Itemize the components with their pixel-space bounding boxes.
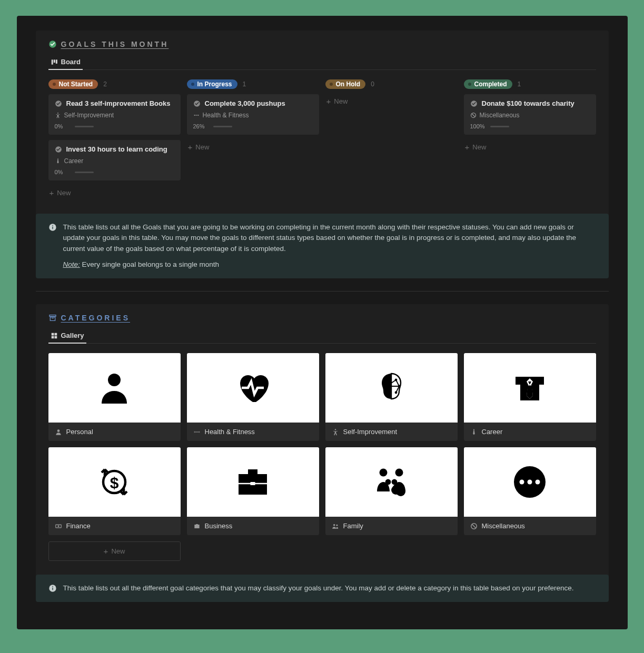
status-badge[interactable]: In Progress xyxy=(187,79,237,89)
goal-category: Career xyxy=(64,157,84,165)
category-label: Miscellaneous xyxy=(482,522,525,530)
new-category-button[interactable]: +New xyxy=(48,541,181,561)
category-card[interactable]: Finance xyxy=(48,447,181,535)
column-count: 1 xyxy=(243,81,246,88)
kanban-column: On Hold 0 +New xyxy=(325,79,458,200)
archive-icon xyxy=(48,314,57,322)
cash-icon xyxy=(55,523,62,530)
person-small-icon xyxy=(55,428,62,436)
category-label: Business xyxy=(205,522,233,530)
ban-icon xyxy=(470,523,478,530)
column-count: 1 xyxy=(518,81,521,88)
category-image xyxy=(464,353,596,423)
tab-gallery[interactable]: Gallery xyxy=(48,328,86,344)
kanban-column: Not Started 2 Read 3 self-improvement Bo… xyxy=(48,79,181,200)
progress-bar xyxy=(75,126,94,127)
section-divider xyxy=(36,291,609,292)
status-badge[interactable]: On Hold xyxy=(325,79,366,89)
goal-title: Read 3 self-improvement Books xyxy=(66,99,171,107)
goals-info-text: This table lists out all the Goals that … xyxy=(63,222,596,270)
plus-icon: + xyxy=(49,189,54,197)
progress-bar xyxy=(213,126,232,127)
dumbbell-icon xyxy=(193,112,200,118)
check-circle-icon xyxy=(48,40,57,48)
category-image xyxy=(187,353,319,423)
categories-gallery: Personal Health & Fitness Self-Improveme… xyxy=(48,344,596,567)
progress-bar xyxy=(490,126,509,127)
status-badge[interactable]: Completed xyxy=(464,79,512,89)
category-image xyxy=(325,447,458,517)
progress-percent: 100% xyxy=(470,123,486,129)
goal-title: Invest 30 hours to learn coding xyxy=(66,145,167,153)
tab-board-label: Board xyxy=(61,58,81,66)
category-image xyxy=(48,447,181,517)
check-circle-icon xyxy=(193,100,201,107)
goal-card[interactable]: Invest 30 hours to learn coding Career 0… xyxy=(48,140,181,180)
tab-board[interactable]: Board xyxy=(48,55,83,70)
category-card[interactable]: Self-Improvement xyxy=(325,353,458,441)
column-header: On Hold 0 xyxy=(325,79,458,89)
column-count: 2 xyxy=(103,81,107,88)
column-header: Not Started 2 xyxy=(48,79,181,89)
goals-info-box: This table lists out all the Goals that … xyxy=(36,214,609,278)
categories-header: CATEGORIES xyxy=(48,314,596,325)
categories-info-box: This table lists out all the different g… xyxy=(36,575,609,602)
category-image xyxy=(464,447,596,517)
goal-title: Complete 3,000 pushups xyxy=(205,99,285,107)
category-label: Finance xyxy=(66,522,91,530)
briefcase-small-icon xyxy=(193,523,201,530)
goal-category: Self-Improvement xyxy=(64,112,114,119)
info-icon xyxy=(48,223,57,232)
category-label: Personal xyxy=(66,428,93,436)
check-circle-icon xyxy=(470,100,478,107)
progress-percent: 26% xyxy=(193,123,209,129)
tab-gallery-label: Gallery xyxy=(61,331,84,339)
category-card[interactable]: Business xyxy=(187,447,319,535)
category-image xyxy=(48,353,181,423)
goals-tabbar: Board xyxy=(48,55,596,70)
progress-percent: 0% xyxy=(55,169,71,175)
categories-title: CATEGORIES xyxy=(61,314,131,322)
category-card[interactable]: Health & Fitness xyxy=(187,353,319,441)
category-card[interactable]: Personal xyxy=(48,353,181,441)
category-label: Health & Fitness xyxy=(205,428,255,436)
goals-header: GOALS THIS MONTH xyxy=(48,40,596,52)
accessibility-icon xyxy=(55,112,61,118)
plus-icon: + xyxy=(465,143,470,151)
plus-icon: + xyxy=(104,547,108,555)
people-icon xyxy=(332,523,339,530)
tie-icon xyxy=(470,428,478,436)
info-icon xyxy=(48,584,57,592)
new-card-button[interactable]: +New xyxy=(187,140,319,154)
category-card[interactable]: Family xyxy=(325,447,458,535)
categories-info-text: This table lists out all the different g… xyxy=(63,583,574,594)
category-label: Family xyxy=(343,522,363,530)
goal-card[interactable]: Complete 3,000 pushups Health & Fitness … xyxy=(187,94,319,135)
goals-title: GOALS THIS MONTH xyxy=(61,40,169,48)
categories-section: CATEGORIES Gallery Personal Health & Fit… xyxy=(36,304,609,602)
kanban-column: Completed 1 Donate $100 towards charity … xyxy=(464,79,596,200)
new-card-button[interactable]: +New xyxy=(464,140,596,154)
check-circle-icon xyxy=(55,100,62,107)
category-label: Self-Improvement xyxy=(343,428,398,436)
column-header: In Progress 1 xyxy=(187,79,319,89)
new-card-button[interactable]: +New xyxy=(48,186,181,200)
kanban-board: Not Started 2 Read 3 self-improvement Bo… xyxy=(48,70,596,206)
goal-card[interactable]: Read 3 self-improvement Books Self-Impro… xyxy=(48,94,181,135)
category-image xyxy=(325,353,458,423)
category-image xyxy=(187,447,319,517)
status-badge[interactable]: Not Started xyxy=(48,79,98,89)
column-count: 0 xyxy=(371,81,374,88)
progress-bar xyxy=(75,172,94,173)
kanban-column: In Progress 1 Complete 3,000 pushups Hea… xyxy=(187,79,319,200)
goals-section: GOALS THIS MONTH Board Not Started 2 Rea… xyxy=(36,31,609,278)
ban-icon xyxy=(470,112,477,118)
plus-icon: + xyxy=(188,143,193,151)
dumbbell-icon xyxy=(193,428,201,436)
goal-title: Donate $100 towards charity xyxy=(482,99,574,107)
category-card[interactable]: Miscellaneous xyxy=(464,447,596,535)
category-label: Career xyxy=(482,428,503,436)
category-card[interactable]: Career xyxy=(464,353,596,441)
goal-card[interactable]: Donate $100 towards charity Miscellaneou… xyxy=(464,94,596,135)
new-card-button[interactable]: +New xyxy=(325,94,458,108)
